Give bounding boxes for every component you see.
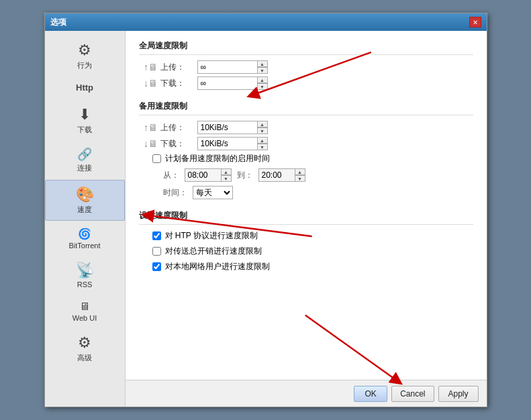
global-download-icon: ↓🖥 — [142, 78, 160, 89]
to-time-input[interactable] — [258, 168, 295, 182]
global-upload-row: ↑🖥 上传： ▲ ▼ — [139, 60, 473, 74]
htp-checkbox[interactable] — [152, 231, 161, 240]
global-upload-up[interactable]: ▲ — [257, 60, 268, 67]
backup-upload-icon: ↑🖥 — [142, 122, 160, 133]
sidebar-item-behavior[interactable]: ⚙ 行为 — [45, 36, 125, 76]
options-window: 选项 ✕ ⚙ 行为 Http Http ⬇ 下载 🔗 — [44, 13, 487, 407]
global-download-spinbtns: ▲ ▼ — [257, 76, 268, 90]
backup-upload-spinner: ▲ ▼ — [197, 121, 268, 134]
backup-upload-down[interactable]: ▼ — [257, 127, 268, 134]
upload-icon: ↑🖥 — [142, 62, 160, 72]
global-download-up[interactable]: ▲ — [257, 76, 268, 83]
to-time-spinner: ▲ ▼ — [258, 168, 305, 182]
sidebar-item-download[interactable]: ⬇ 下载 — [45, 101, 125, 140]
global-upload-spinner: ▲ ▼ — [197, 60, 268, 74]
from-time-input[interactable] — [185, 168, 222, 182]
cancel-button[interactable]: Cancel — [391, 386, 434, 402]
ok-button[interactable]: OK — [354, 386, 387, 402]
sidebar-label-webui: Web UI — [73, 314, 97, 322]
sidebar-label-advanced: 高级 — [77, 353, 92, 363]
global-upload-label: 上传： — [160, 62, 197, 73]
freq-select[interactable]: 每天 — [193, 186, 233, 199]
time-label: 时间： — [163, 187, 187, 199]
rss-icon: 📡 — [76, 262, 94, 279]
transfer-checkbox[interactable] — [152, 247, 161, 256]
local-checkbox[interactable] — [152, 262, 161, 271]
sidebar-label-behavior: 行为 — [77, 60, 92, 70]
sidebar-label-speed: 速度 — [77, 205, 92, 215]
connection-icon: 🔗 — [77, 147, 92, 162]
transfer-checkbox-row: 对传送总开销进行速度限制 — [139, 246, 473, 257]
backup-upload-spinbtns: ▲ ▼ — [257, 121, 268, 134]
sidebar-item-webui[interactable]: 🖥 Web UI — [45, 295, 125, 327]
global-download-down[interactable]: ▼ — [257, 83, 268, 90]
backup-download-spinner: ▲ ▼ — [197, 137, 268, 150]
local-checkbox-row: 对本地网络用户进行速度限制 — [139, 261, 473, 272]
schedule-label: 计划备用速度限制的启用时间 — [165, 153, 270, 164]
htp-checkbox-row: 对 HTP 协议进行速度限制 — [139, 230, 473, 242]
local-label: 对本地网络用户进行速度限制 — [165, 261, 270, 272]
sidebar-label-rss: RSS — [77, 280, 93, 288]
global-download-row: ↓🖥 下载： ▲ ▼ — [139, 76, 473, 90]
global-upload-down[interactable]: ▼ — [257, 67, 268, 74]
window-title: 选项 — [50, 17, 66, 28]
global-download-spinner: ▲ ▼ — [197, 76, 268, 90]
backup-upload-up[interactable]: ▲ — [257, 121, 268, 127]
to-time-spinbtns: ▲ ▼ — [295, 168, 305, 182]
from-time-spinner: ▲ ▼ — [185, 168, 232, 182]
time-range-row: 从： ▲ ▼ 到： — [139, 168, 473, 182]
backup-download-up[interactable]: ▲ — [257, 137, 268, 144]
sidebar-label-connection: 连接 — [77, 163, 92, 173]
content-area: 全局速度限制 ↑🖥 上传： ▲ ▼ — [126, 31, 487, 380]
sidebar-item-connection[interactable]: 🔗 连接 — [45, 142, 125, 178]
backup-upload-label: 上传： — [160, 122, 197, 134]
sidebar-item-speed[interactable]: 🎨 速度 — [45, 180, 125, 221]
freq-row: 时间： 每天 — [139, 186, 473, 199]
backup-download-spinbtns: ▲ ▼ — [257, 137, 268, 150]
behavior-icon: ⚙ — [78, 42, 91, 59]
global-download-label: 下载： — [160, 78, 197, 89]
settings-limit-title: 设置速度限制 — [139, 210, 473, 225]
schedule-checkbox[interactable] — [152, 154, 161, 163]
global-upload-spinbtns: ▲ ▼ — [257, 60, 268, 74]
schedule-checkbox-row: 计划备用速度限制的启用时间 — [139, 153, 473, 164]
from-time-down[interactable]: ▼ — [221, 175, 232, 182]
title-controls: ✕ — [469, 17, 481, 28]
close-button[interactable]: ✕ — [469, 17, 481, 28]
from-label: 从： — [163, 170, 179, 181]
sidebar-label-download: 下载 — [77, 125, 92, 135]
to-time-up[interactable]: ▲ — [295, 168, 305, 175]
htp-label: 对 HTP 协议进行速度限制 — [165, 230, 258, 242]
to-time-down[interactable]: ▼ — [295, 175, 305, 182]
sidebar-item-http[interactable]: Http Http — [45, 77, 125, 99]
global-limit-title: 全局速度限制 — [139, 40, 473, 55]
backup-download-icon: ↓🖥 — [142, 138, 160, 149]
global-limit-section: 全局速度限制 ↑🖥 上传： ▲ ▼ — [139, 40, 473, 90]
bittorrent-icon: 🌀 — [78, 227, 91, 240]
sidebar-label-bittorrent: BitTorrent — [68, 242, 100, 250]
download-icon: ⬇ — [79, 106, 91, 123]
backup-upload-row: ↑🖥 上传： ▲ ▼ — [139, 121, 473, 134]
backup-download-down[interactable]: ▼ — [257, 144, 268, 150]
backup-limit-title: 备用速度限制 — [139, 101, 473, 115]
settings-limit-section: 设置速度限制 对 HTP 协议进行速度限制 对传送总开销进行速度限制 对本地网络… — [139, 210, 473, 272]
speed-icon: 🎨 — [76, 186, 94, 203]
from-time-spinbtns: ▲ ▼ — [221, 168, 232, 182]
sidebar: ⚙ 行为 Http Http ⬇ 下载 🔗 连接 🎨 速度 — [45, 31, 126, 407]
backup-download-label: 下载： — [160, 138, 197, 150]
backup-download-row: ↓🖥 下载： ▲ ▼ — [139, 137, 473, 150]
title-bar: 选项 ✕ — [45, 13, 487, 31]
sidebar-item-bittorrent[interactable]: 🌀 BitTorrent — [45, 222, 125, 255]
sidebar-item-rss[interactable]: 📡 RSS — [45, 256, 125, 294]
backup-upload-input[interactable] — [197, 121, 258, 134]
transfer-label: 对传送总开销进行速度限制 — [165, 246, 262, 257]
window-body: ⚙ 行为 Http Http ⬇ 下载 🔗 连接 🎨 速度 — [45, 31, 487, 407]
apply-button[interactable]: Apply — [438, 386, 479, 402]
bottom-bar: OK Cancel Apply — [126, 380, 487, 407]
from-time-up[interactable]: ▲ — [221, 168, 232, 175]
sidebar-item-advanced[interactable]: ⚙ 高级 — [45, 329, 125, 368]
global-download-input[interactable] — [197, 76, 258, 90]
http-icon: Http — [76, 83, 93, 93]
global-upload-input[interactable] — [197, 60, 258, 74]
backup-download-input[interactable] — [197, 137, 258, 150]
